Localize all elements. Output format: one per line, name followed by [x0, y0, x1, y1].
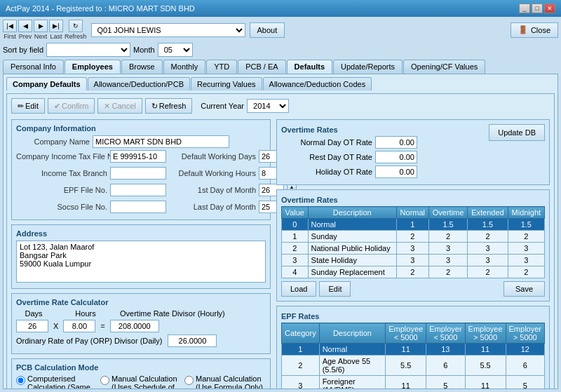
company-info-panel: Company Information Company Name Company… — [11, 119, 271, 220]
close-icon: 🚪 — [518, 25, 528, 34]
update-db-button[interactable]: Update DB — [489, 124, 545, 141]
ot-table-row[interactable]: 2 National Public Holiday 3 3 3 3 — [282, 243, 545, 255]
pcb-radio-manual2[interactable] — [184, 376, 194, 385]
epf-table-row[interactable]: 3 Foreigner (11/RM5) 11 5 11 5 — [282, 376, 545, 390]
close-button[interactable]: 🚪 Close — [511, 22, 558, 38]
ot-table-row[interactable]: 0 Normal 1 1.5 1.5 1.5 — [282, 219, 545, 231]
pcb-radio-manual1[interactable] — [100, 376, 109, 385]
ot-edit-button[interactable]: Edit — [319, 281, 351, 297]
address-input[interactable]: Lot 123, Jalan Maarof Bangsar Park 59000… — [16, 241, 266, 283]
sort-label: Sort by field — [3, 46, 43, 54]
tab-defaults[interactable]: Defaults — [287, 60, 332, 74]
tab-update-reports[interactable]: Update/Reports — [333, 60, 403, 74]
ot-calc-values: X = — [16, 320, 266, 332]
ot-save-button[interactable]: Save — [503, 281, 545, 297]
last-button[interactable]: ▶| — [49, 20, 63, 32]
month-label: Month — [133, 46, 155, 54]
first-button[interactable]: |◀ — [3, 20, 17, 32]
epf-file-row: EPF File No. — [16, 184, 166, 196]
ot-table-row[interactable]: 4 Sunday Replacement 2 2 2 2 — [282, 266, 545, 278]
ot-divisor-input[interactable] — [110, 320, 159, 332]
income-tax-branch-input[interactable] — [110, 167, 166, 180]
close-window-button[interactable]: ✕ — [544, 4, 555, 13]
socso-file-input[interactable] — [110, 201, 166, 213]
days-col-label: Days — [16, 309, 51, 318]
tab-ytd[interactable]: YTD — [206, 60, 237, 74]
normal-ot-row: Normal Day OT Rate — [281, 136, 417, 149]
sub-tabs: Company Defaults Allowance/Deduction/PCB… — [6, 77, 555, 90]
next-label: Next — [34, 33, 48, 40]
rest-ot-input[interactable] — [375, 151, 417, 163]
epf-file-input[interactable] — [110, 184, 166, 196]
minimize-button[interactable]: _ — [519, 4, 530, 13]
epf-table-row[interactable]: 2 Age Above 55 (5.5/6) 5.5 6 5.5 6 — [282, 356, 545, 376]
ot-load-button[interactable]: Load — [281, 281, 316, 297]
epf-table-row[interactable]: 1 Normal 11 13 11 12 — [282, 344, 545, 356]
pcb-radio-computerised[interactable] — [16, 376, 25, 385]
holiday-ot-input[interactable] — [375, 165, 417, 178]
first-day-label: 1st Day of Month — [172, 186, 256, 194]
cancel-action-button[interactable]: ✕ Cancel — [97, 98, 142, 114]
pcb-radio-row: Computerised Calculation (Same as Online… — [16, 374, 266, 389]
tax-file-row: Company Income Tax File No. — [16, 150, 166, 163]
sub-tab-allowance-codes[interactable]: Allowance/Deduction Codes — [263, 77, 372, 90]
prev-button[interactable]: ◀ — [18, 20, 32, 32]
normal-ot-input[interactable] — [375, 136, 417, 149]
pcb-label-manual2: Manual Calculation (Use Formula Only) — [196, 374, 266, 389]
normal-ot-label: Normal Day OT Rate — [281, 138, 372, 147]
company-name-input[interactable] — [93, 135, 229, 148]
title-bar: ActPay 2014 - Registered to : MICRO MART… — [0, 0, 561, 17]
maximize-button[interactable]: □ — [532, 4, 543, 13]
sub-tab-recurring[interactable]: Recurring Values — [191, 77, 262, 90]
company-name-label: Company Name — [16, 137, 90, 146]
pcb-option-computerised: Computerised Calculation (Same as Online… — [16, 374, 97, 389]
right-panel: Overtime Rates Normal Day OT Rate Rest D… — [276, 119, 550, 389]
working-hours-label: Default Working Hours — [172, 169, 256, 177]
year-select[interactable]: 2014 — [247, 99, 289, 113]
tab-browse[interactable]: Browse — [121, 60, 163, 74]
tab-pcb-ea[interactable]: PCB / EA — [238, 60, 285, 74]
company-name-row: Company Name — [16, 135, 266, 148]
refresh-action-button[interactable]: ↻ Refresh — [145, 98, 193, 114]
tax-file-label: Company Income Tax File No. — [16, 152, 107, 161]
ot-calc-title: Overtime Rate Calculator — [16, 298, 266, 306]
tab-opening-cf[interactable]: Opening/CF Values — [403, 60, 485, 74]
sub-tab-allowance-deduction[interactable]: Allowance/Deduction/PCB — [88, 77, 190, 90]
orp-input[interactable] — [168, 334, 217, 347]
ot-col-extended: Extended — [468, 207, 508, 219]
epf-file-label: EPF File No. — [16, 186, 107, 194]
ot-hours-input[interactable] — [63, 320, 95, 332]
x-symbol: X — [51, 322, 60, 330]
ot-col-normal: Normal — [396, 207, 428, 219]
epf-rates-table: Category Description Employee< 5000 Empl… — [281, 323, 545, 389]
orp-label: Ordinary Rate of Pay (ORP) Divisor (Dail… — [16, 337, 162, 345]
pcb-mode-title: PCB Calculation Mode — [16, 363, 266, 372]
sub-tab-company-defaults[interactable]: Company Defaults — [6, 77, 87, 90]
title-bar-text: ActPay 2014 - Registered to : MICRO MART… — [6, 4, 195, 13]
tab-personal-info[interactable]: Personal Info — [3, 60, 64, 74]
about-button[interactable]: About — [250, 22, 285, 38]
epf-col-er5000: Employer< 5000 — [426, 323, 465, 344]
epf-col-emp5000: Employee< 5000 — [386, 323, 426, 344]
tab-monthly[interactable]: Monthly — [163, 60, 206, 74]
confirm-action-button[interactable]: ✔ Confirm — [48, 98, 95, 114]
tax-file-input[interactable] — [110, 150, 166, 163]
last-day-label: Last Day of Month — [172, 203, 256, 211]
ot-table-row[interactable]: 1 Sunday 2 2 2 2 — [282, 231, 545, 243]
epf-col-category: Category — [282, 323, 320, 344]
sort-select[interactable] — [46, 43, 130, 57]
address-title: Address — [16, 229, 266, 238]
tab-employees[interactable]: Employees — [65, 60, 121, 74]
holiday-ot-row: Holiday OT Rate — [281, 165, 417, 178]
ot-days-input[interactable] — [16, 320, 48, 332]
refresh-button[interactable]: ↻ — [69, 20, 83, 32]
prev-label: Prev — [19, 33, 32, 40]
next-button[interactable]: ▶ — [34, 20, 48, 32]
ot-table-row[interactable]: 3 State Holiday 3 3 3 3 — [282, 255, 545, 266]
pcb-label-computerised: Computerised Calculation (Same as Online… — [27, 374, 97, 389]
employee-select[interactable]: Q01 JOHN LEWIS — [91, 23, 245, 37]
month-select[interactable]: 05 — [158, 43, 193, 57]
hours-col-label: Hours — [68, 309, 103, 318]
cancel-icon: ✕ — [104, 102, 110, 111]
edit-action-button[interactable]: ✏ Edit — [11, 98, 45, 114]
